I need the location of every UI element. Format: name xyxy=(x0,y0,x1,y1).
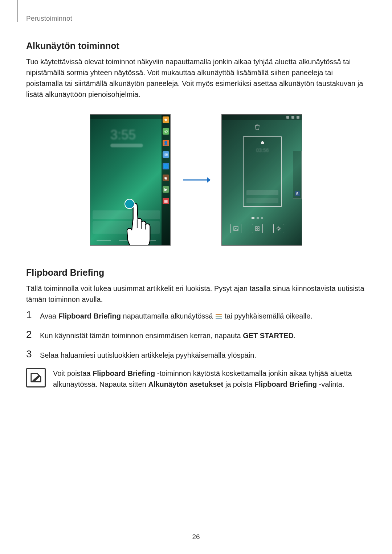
panel-time-placeholder: 03:56 xyxy=(256,147,269,153)
panel-fav-placeholder xyxy=(246,198,278,203)
paragraph-flipboard-intro: Tällä toiminnolla voit lukea uusimmat ar… xyxy=(26,283,366,305)
svg-rect-6 xyxy=(258,229,259,230)
wallpaper-icon xyxy=(230,224,241,233)
widgets-action xyxy=(250,224,265,237)
svg-point-7 xyxy=(278,227,279,229)
page-number: 26 xyxy=(0,533,392,541)
settings-action xyxy=(271,224,286,237)
arrow-right-icon xyxy=(181,175,211,185)
contact-icon: 👤 xyxy=(163,140,169,146)
step-number: 3 xyxy=(26,348,33,359)
s-icon: S xyxy=(295,191,300,196)
figure-left-home-screen: 3:55 ★ ✆ 👤 ✉ 🌐 ◉ ▶ ▦ xyxy=(90,114,171,246)
page-border-decoration xyxy=(17,0,18,22)
svg-rect-5 xyxy=(256,229,257,230)
step-3: 3 Selaa haluamiesi uutisluokkien artikke… xyxy=(26,348,366,361)
svg-marker-1 xyxy=(207,177,211,183)
touch-point-icon xyxy=(124,199,135,209)
flipboard-tile-icon xyxy=(216,314,222,320)
page: Perustoiminnot Alkunäytön toiminnot Tuo … xyxy=(0,0,392,554)
heading-alkunayton-toiminnot: Alkunäytön toiminnot xyxy=(26,41,366,51)
step-text: Kun käynnistät tämän toiminnon ensimmäis… xyxy=(40,329,295,341)
gear-icon xyxy=(273,224,284,233)
camera-icon: ◉ xyxy=(163,175,169,181)
page-indicator xyxy=(222,217,293,219)
svg-rect-4 xyxy=(258,227,259,228)
paragraph-alkunayton: Tuo käytettävissä olevat toiminnot näkyv… xyxy=(26,56,366,100)
message-icon: ✉ xyxy=(163,151,169,158)
step-number: 1 xyxy=(26,309,33,320)
figure-right-edit-screen: 03:56 S xyxy=(221,114,302,246)
status-bar xyxy=(222,115,302,120)
step-1: 1 Avaa Flipboard Briefing napauttamalla … xyxy=(26,309,366,321)
home-panel-thumbnail: 03:56 xyxy=(243,136,282,207)
widgets-icon xyxy=(252,224,263,233)
trash-drop-zone xyxy=(222,122,293,132)
bottom-actions xyxy=(225,224,289,237)
star-icon: ★ xyxy=(163,116,169,123)
figure-row: 3:55 ★ ✆ 👤 ✉ 🌐 ◉ ▶ ▦ xyxy=(26,114,366,246)
date-placeholder xyxy=(110,144,143,147)
phone-icon: ✆ xyxy=(163,128,169,135)
step-text: Selaa haluamiesi uutisluokkien artikkele… xyxy=(40,348,256,361)
edge-panel-thumbnail: S xyxy=(293,151,302,199)
svg-rect-3 xyxy=(256,227,257,228)
globe-icon: 🌐 xyxy=(163,163,169,169)
clock-text: 3:55 xyxy=(110,127,136,143)
step-text: Avaa Flipboard Briefing napauttamalla al… xyxy=(40,309,313,321)
status-bar xyxy=(90,115,170,119)
trash-icon xyxy=(254,124,260,130)
note-block: Voit poistaa Flipboard Briefing -toiminn… xyxy=(26,368,366,390)
step-number: 2 xyxy=(26,329,33,340)
note-icon xyxy=(26,368,46,387)
step-2: 2 Kun käynnistät tämän toiminnon ensimmä… xyxy=(26,329,366,341)
svg-rect-2 xyxy=(234,227,238,231)
section-breadcrumb: Perustoiminnot xyxy=(26,15,366,22)
wallpapers-action xyxy=(229,224,243,237)
heading-flipboard-briefing: Flipboard Briefing xyxy=(26,267,366,278)
panel-search-placeholder xyxy=(246,190,278,195)
play-icon: ▶ xyxy=(163,186,169,193)
home-icon xyxy=(260,139,265,144)
note-text: Voit poistaa Flipboard Briefing -toiminn… xyxy=(53,368,366,390)
